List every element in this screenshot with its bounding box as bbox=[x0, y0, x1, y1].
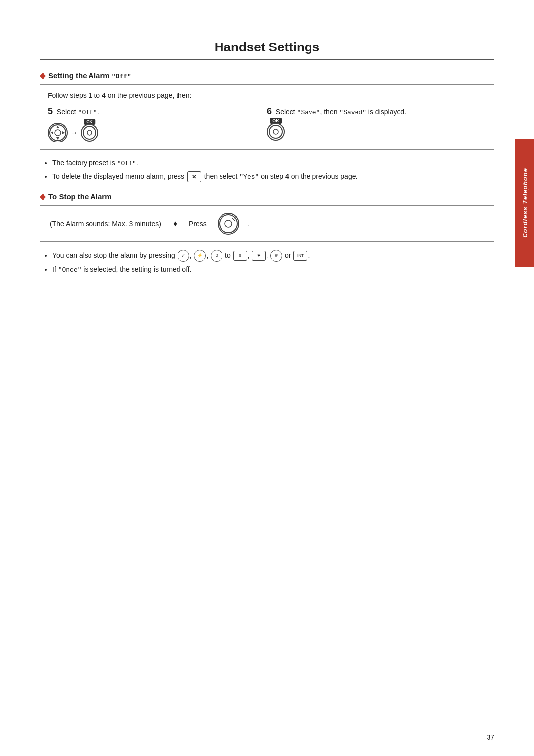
step6-col: 6 Select "Save", then "Saved" is display… bbox=[267, 106, 486, 142]
stop-note-2: If "Once" is selected, the setting is tu… bbox=[52, 264, 494, 275]
step6-num: 6 bbox=[267, 106, 272, 116]
svg-point-11 bbox=[225, 220, 232, 227]
svg-point-1 bbox=[55, 130, 61, 136]
stop-alarm-label: To Stop the Alarm bbox=[48, 192, 112, 201]
stop-note-1: You can also stop the alarm by pressing … bbox=[52, 250, 494, 262]
svg-marker-3 bbox=[56, 137, 59, 140]
phone-icon: ↙ bbox=[178, 250, 189, 262]
step5-num: 5 bbox=[48, 106, 53, 116]
press-button-icon: ↗ bbox=[218, 213, 239, 235]
svg-point-6 bbox=[83, 126, 96, 139]
flash-icon: ⚡ bbox=[194, 250, 206, 262]
star-icon: ✱ bbox=[252, 251, 266, 261]
corner-br bbox=[508, 735, 514, 741]
num9-icon: 9 bbox=[233, 251, 247, 261]
instruction-box: Follow steps 1 to 4 on the previous page… bbox=[40, 84, 494, 150]
ok-button-wrapper: OK bbox=[81, 124, 98, 142]
svg-marker-5 bbox=[62, 131, 65, 134]
int-icon: INT bbox=[293, 251, 307, 261]
diamond-bullet-2: ◆ bbox=[40, 192, 45, 201]
corner-bl bbox=[20, 735, 26, 741]
svg-marker-2 bbox=[56, 126, 59, 128]
setting-alarm-heading: ◆ Setting the Alarm "Off" bbox=[40, 71, 494, 80]
stop-alarm-notes: You can also stop the alarm by pressing … bbox=[40, 250, 494, 275]
side-tab: Cordless Telephone bbox=[515, 139, 534, 267]
diamond-bullet-1: ◆ bbox=[40, 71, 45, 80]
svg-point-8 bbox=[269, 125, 282, 138]
press-label: Press bbox=[189, 220, 207, 228]
hash-icon: # bbox=[270, 250, 282, 262]
steps-row: 5 Select "Off". bbox=[48, 106, 486, 142]
setting-alarm-label: Setting the Alarm "Off" bbox=[48, 71, 131, 80]
box-intro: Follow steps 1 to 4 on the previous page… bbox=[48, 92, 486, 99]
page-number: 37 bbox=[487, 733, 494, 741]
stop-alarm-box: (The Alarm sounds: Max. 3 minutes) ♦ Pre… bbox=[40, 205, 494, 242]
page-title: Handset Settings bbox=[40, 40, 494, 60]
page-content: Handset Settings ◆ Setting the Alarm "Of… bbox=[40, 40, 494, 726]
nav-wheel-icon bbox=[48, 123, 68, 142]
note-2: To delete the displayed memo alarm, pres… bbox=[52, 171, 494, 182]
side-tab-label: Cordless Telephone bbox=[521, 168, 529, 238]
note-1: The factory preset is "Off". bbox=[52, 158, 494, 169]
step6-label: 6 Select "Save", then "Saved" is display… bbox=[267, 106, 406, 117]
step5-col: 5 Select "Off". bbox=[48, 106, 267, 142]
alarm-off-notes: The factory preset is "Off". To delete t… bbox=[40, 158, 494, 182]
ok-circle-1 bbox=[81, 124, 98, 142]
svg-point-9 bbox=[273, 129, 278, 134]
press-icon-mark: ↗ bbox=[233, 215, 237, 220]
step5-icons: → OK bbox=[48, 123, 98, 142]
stop-box-text: (The Alarm sounds: Max. 3 minutes) bbox=[50, 220, 161, 228]
arrow-right-1: → bbox=[71, 129, 78, 137]
corner-tr bbox=[508, 15, 514, 21]
ok-button-wrapper-2: OK bbox=[267, 123, 285, 141]
press-icon-wrapper: ↗ bbox=[218, 213, 239, 235]
corner-tl bbox=[20, 15, 26, 21]
svg-point-7 bbox=[87, 130, 92, 135]
step6-icons: OK bbox=[267, 123, 285, 141]
svg-marker-4 bbox=[51, 131, 53, 134]
zero-icon: 0 bbox=[211, 250, 222, 262]
step5-label: 5 Select "Off". bbox=[48, 106, 99, 117]
delete-icon: ✕ bbox=[187, 171, 201, 182]
ok-circle-2 bbox=[267, 123, 285, 141]
stop-box-arrow: ♦ bbox=[173, 219, 177, 228]
stop-alarm-heading: ◆ To Stop the Alarm bbox=[40, 192, 494, 201]
